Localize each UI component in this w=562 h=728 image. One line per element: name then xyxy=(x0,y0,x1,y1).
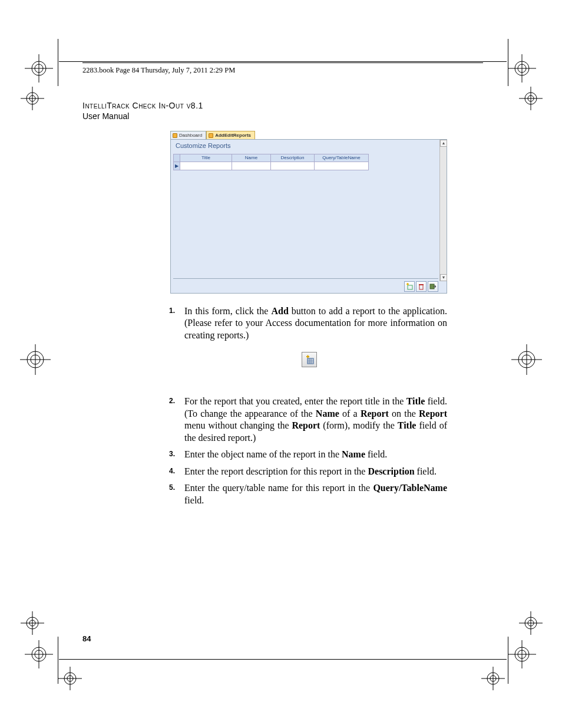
tab-label: Dashboard xyxy=(179,133,202,138)
registration-mark-icon xyxy=(478,664,508,693)
step-text: Enter the query/table name for this repo… xyxy=(184,483,447,505)
grid-cell-description[interactable] xyxy=(271,162,315,170)
document-subtitle: User Manual xyxy=(82,111,203,121)
svg-rect-51 xyxy=(419,285,423,289)
grid-col-title[interactable]: Title xyxy=(180,154,232,162)
new-record-icon xyxy=(305,355,314,364)
step-text: Enter the report description for this re… xyxy=(184,466,437,476)
step-text: Enter the object name of the report in t… xyxy=(184,449,387,459)
grid-cell-querytablename[interactable] xyxy=(315,162,369,170)
rule xyxy=(82,62,483,63)
tab-dashboard[interactable]: Dashboard xyxy=(170,131,206,139)
step-1: 1. In this form, click the Add button to… xyxy=(169,305,447,341)
step-2: 2. For the report that you created, ente… xyxy=(169,396,447,444)
registration-mark-icon xyxy=(509,342,544,377)
document-title-block: IntelliTrack Check In-Out v8.1 User Manu… xyxy=(82,101,203,121)
registration-mark-icon xyxy=(55,664,85,693)
grid-cell-title[interactable] xyxy=(180,162,232,170)
svg-rect-53 xyxy=(430,284,434,289)
add-button[interactable] xyxy=(404,281,415,292)
step-number: 3. xyxy=(169,450,175,459)
step-text: In this form, click the Add button to ad… xyxy=(184,306,447,340)
step-number: 4. xyxy=(169,467,175,476)
grid-row-selector[interactable]: ▶ xyxy=(173,162,180,170)
step-3: 3. Enter the object name of the report i… xyxy=(169,449,447,460)
registration-mark-icon xyxy=(504,51,540,86)
registration-mark-icon xyxy=(18,342,53,377)
step-number: 2. xyxy=(169,397,175,406)
close-button[interactable] xyxy=(428,281,438,292)
scroll-down-icon[interactable]: ▼ xyxy=(440,274,447,281)
grid-col-description[interactable]: Description xyxy=(271,154,315,162)
page-number: 84 xyxy=(82,634,91,643)
step-5: 5. Enter the query/table name for this r… xyxy=(169,482,447,506)
step-number: 1. xyxy=(169,307,175,315)
product-title: IntelliTrack Check In-Out v8.1 xyxy=(82,101,203,110)
tab-bar: Dashboard AddEditReports xyxy=(170,130,447,139)
grid-col-querytablename[interactable]: Query/TableName xyxy=(315,154,369,162)
registration-mark-icon xyxy=(21,637,57,672)
grid-cell-name[interactable] xyxy=(232,162,271,170)
step-4: 4. Enter the report description for this… xyxy=(169,466,447,477)
toolbar-divider xyxy=(173,278,438,279)
step-text: For the report that you created, enter t… xyxy=(184,396,447,442)
record-toolbar xyxy=(404,281,438,292)
tab-addeditreports[interactable]: AddEditReports xyxy=(206,131,255,139)
close-icon xyxy=(429,283,437,290)
customize-reports-panel: Customize Reports Title Name Description… xyxy=(170,139,447,294)
tab-icon xyxy=(173,133,177,138)
svg-rect-52 xyxy=(419,284,424,285)
grid-row[interactable]: ▶ xyxy=(173,162,438,170)
vertical-scrollbar[interactable]: ▲ ▼ xyxy=(439,140,447,281)
registration-mark-icon xyxy=(504,637,540,672)
tab-icon xyxy=(209,133,213,138)
registration-mark-icon xyxy=(516,608,546,638)
panel-title: Customize Reports xyxy=(171,140,447,151)
running-header: 2283.book Page 84 Thursday, July 7, 2011… xyxy=(82,66,235,75)
tab-label: AddEditReports xyxy=(215,133,251,138)
step-number: 5. xyxy=(169,483,175,492)
grid-col-name[interactable]: Name xyxy=(232,154,271,162)
registration-mark-icon xyxy=(18,608,47,638)
svg-rect-48 xyxy=(408,285,412,289)
scroll-track[interactable] xyxy=(440,147,447,274)
svg-rect-56 xyxy=(308,358,313,364)
registration-mark-icon xyxy=(18,84,47,113)
instruction-list: 1. In this form, click the Add button to… xyxy=(169,305,447,511)
reports-grid[interactable]: Title Name Description Query/TableName ▶ xyxy=(173,154,438,170)
delete-button[interactable] xyxy=(416,281,427,292)
grid-row-header xyxy=(173,154,180,162)
scroll-up-icon[interactable]: ▲ xyxy=(440,140,447,147)
delete-icon xyxy=(418,283,425,290)
new-record-icon xyxy=(406,283,413,290)
add-icon-illustration xyxy=(302,352,317,367)
registration-mark-icon xyxy=(516,84,546,113)
row-pointer-icon: ▶ xyxy=(175,164,178,169)
registration-mark-icon xyxy=(21,51,57,86)
customize-reports-figure: Dashboard AddEditReports Customize Repor… xyxy=(170,130,447,294)
